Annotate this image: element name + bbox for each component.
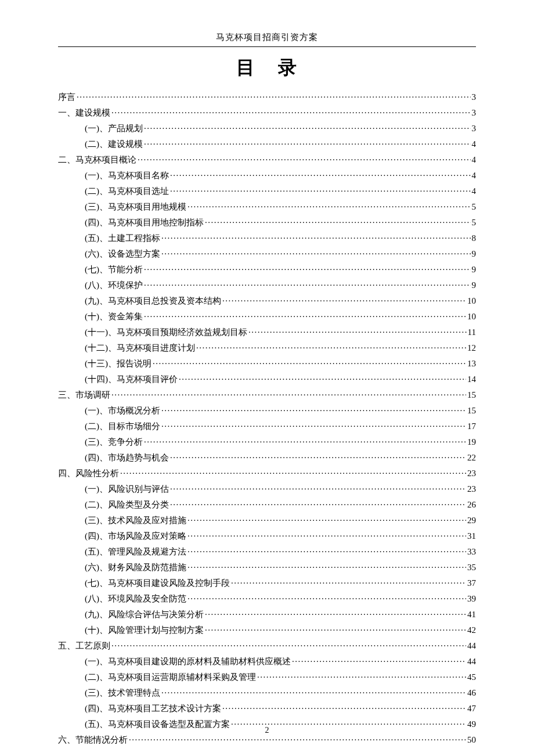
toc-entry-label: (六)、设备选型方案 xyxy=(85,250,160,258)
toc-entry-label: (五)、土建工程指标 xyxy=(85,234,160,243)
toc-entry[interactable]: (四)、市场趋势与机会22 xyxy=(58,452,476,462)
toc-entry-page: 31 xyxy=(467,532,476,541)
toc-entry-label: (一)、马克杯项目建设期的原材料及辅助材料供应概述 xyxy=(85,657,291,666)
toc-leader-dots xyxy=(248,326,467,335)
toc-entry-page: 8 xyxy=(472,234,477,243)
toc-leader-dots xyxy=(161,248,471,257)
toc-entry[interactable]: (二)、目标市场细分17 xyxy=(58,420,476,431)
toc-entry[interactable]: (十四)、马克杯项目评价14 xyxy=(58,373,476,384)
toc-entry[interactable]: (十三)、报告说明13 xyxy=(58,358,476,368)
toc-entry-label: (二)、建设规模 xyxy=(85,140,143,149)
toc-entry[interactable]: (二)、马克杯项目运营期原辅材料采购及管理45 xyxy=(58,671,476,682)
toc-entry-page: 17 xyxy=(467,422,476,431)
toc-entry-label: (八)、环境风险及安全防范 xyxy=(85,595,186,603)
toc-entry-label: (一)、马克杯项目名称 xyxy=(85,171,169,180)
toc-entry[interactable]: (十)、资金筹集10 xyxy=(58,311,476,321)
toc-entry[interactable]: 四、风险性分析23 xyxy=(58,467,476,478)
toc-entry[interactable]: (七)、马克杯项目建设风险及控制手段37 xyxy=(58,577,476,588)
toc-entry-label: (一)、风险识别与评估 xyxy=(85,485,169,494)
header-rule xyxy=(58,46,476,47)
toc-entry[interactable]: (三)、马克杯项目用地规模5 xyxy=(58,201,476,211)
toc-entry-page: 44 xyxy=(467,642,476,650)
toc-entry-label: (一)、产品规划 xyxy=(85,124,143,133)
toc-leader-dots xyxy=(153,358,466,366)
toc-entry-label: (三)、技术风险及应对措施 xyxy=(85,516,186,525)
toc-leader-dots xyxy=(187,561,466,570)
toc-entry-label: 二、马克杯项目概论 xyxy=(58,156,136,164)
toc-entry-page: 26 xyxy=(467,501,476,509)
document-page: 马克杯项目招商引资方案 目 录 序言3一、建设规模3(一)、产品规划3(二)、建… xyxy=(0,0,534,756)
toc-entry-label: (十)、资金筹集 xyxy=(85,312,143,321)
toc-entry-label: (九)、风险综合评估与决策分析 xyxy=(85,610,204,619)
toc-entry[interactable]: (五)、土建工程指标8 xyxy=(58,232,476,243)
toc-leader-dots xyxy=(170,499,466,507)
toc-entry-label: (三)、马克杯项目用地规模 xyxy=(85,203,186,211)
toc-entry-page: 5 xyxy=(472,203,477,211)
toc-leader-dots xyxy=(144,436,466,445)
toc-entry-page: 29 xyxy=(467,516,476,525)
toc-entry[interactable]: 五、工艺原则44 xyxy=(58,640,476,650)
toc-entry[interactable]: (一)、风险识别与评估23 xyxy=(58,483,476,494)
toc-entry-page: 4 xyxy=(472,171,477,180)
toc-entry-label: (七)、节能分析 xyxy=(85,265,143,274)
toc-entry[interactable]: (四)、马克杯项目工艺技术设计方案47 xyxy=(58,703,476,713)
toc-entry[interactable]: 一、建设规模3 xyxy=(58,107,476,117)
toc-entry-page: 44 xyxy=(467,657,476,666)
toc-entry-label: (十一)、马克杯项目预期经济效益规划目标 xyxy=(85,328,247,337)
toc-entry[interactable]: (九)、马克杯项目总投资及资本结构10 xyxy=(58,295,476,305)
toc-entry[interactable]: (六)、设备选型方案9 xyxy=(58,248,476,258)
toc-entry-page: 22 xyxy=(467,453,476,462)
toc-entry[interactable]: (三)、技术风险及应对措施29 xyxy=(58,514,476,525)
toc-leader-dots xyxy=(187,514,466,523)
toc-entry[interactable]: (十)、风险管理计划与控制方案42 xyxy=(58,624,476,635)
toc-entry-page: 4 xyxy=(472,156,477,164)
toc-entry-page: 50 xyxy=(467,736,476,744)
toc-leader-dots xyxy=(144,264,471,272)
toc-entry[interactable]: (七)、节能分析9 xyxy=(58,264,476,274)
toc-entry-label: (二)、马克杯项目运营期原辅材料采购及管理 xyxy=(85,673,256,682)
toc-entry-label: (四)、市场风险及应对策略 xyxy=(85,532,186,541)
toc-entry-label: 一、建设规模 xyxy=(58,109,110,117)
toc-leader-dots xyxy=(187,530,466,539)
toc-entry-label: 序言 xyxy=(58,93,75,102)
toc-entry[interactable]: 三、市场调研15 xyxy=(58,389,476,399)
page-number: 2 xyxy=(0,726,534,735)
toc-entry[interactable]: 六、节能情况分析50 xyxy=(58,734,476,744)
toc-entry[interactable]: (一)、马克杯项目名称4 xyxy=(58,170,476,180)
toc-entry[interactable]: (八)、环境保护9 xyxy=(58,279,476,290)
toc-entry[interactable]: (二)、马克杯项目选址4 xyxy=(58,185,476,196)
table-of-contents: 序言3一、建设规模3(一)、产品规划3(二)、建设规模4二、马克杯项目概论4(一… xyxy=(58,91,476,744)
toc-entry[interactable]: (十二)、马克杯项目进度计划12 xyxy=(58,342,476,352)
toc-entry[interactable]: 序言3 xyxy=(58,91,476,102)
toc-entry-page: 42 xyxy=(467,626,476,635)
toc-entry[interactable]: (四)、马克杯项目用地控制指标5 xyxy=(58,217,476,227)
toc-title: 目 录 xyxy=(58,55,476,81)
toc-entry-page: 35 xyxy=(467,563,476,572)
toc-leader-dots xyxy=(144,123,471,131)
toc-entry[interactable]: (九)、风险综合评估与决策分析41 xyxy=(58,609,476,619)
toc-entry-page: 37 xyxy=(467,579,476,588)
toc-entry[interactable]: (二)、建设规模4 xyxy=(58,138,476,149)
toc-entry-label: (二)、风险类型及分类 xyxy=(85,501,169,509)
toc-leader-dots xyxy=(205,217,471,225)
toc-entry-label: 六、节能情况分析 xyxy=(58,736,128,744)
toc-entry[interactable]: (四)、市场风险及应对策略31 xyxy=(58,530,476,541)
toc-entry[interactable]: (二)、风险类型及分类26 xyxy=(58,499,476,509)
toc-entry[interactable]: (一)、马克杯项目建设期的原材料及辅助材料供应概述44 xyxy=(58,656,476,666)
toc-entry-label: (一)、市场概况分析 xyxy=(85,406,160,415)
toc-entry-label: (四)、马克杯项目用地控制指标 xyxy=(85,218,204,227)
toc-entry[interactable]: (三)、技术管理特点46 xyxy=(58,687,476,697)
toc-leader-dots xyxy=(77,91,471,100)
toc-entry[interactable]: (一)、产品规划3 xyxy=(58,123,476,133)
toc-entry[interactable]: 二、马克杯项目概论4 xyxy=(58,154,476,164)
toc-entry[interactable]: (三)、竞争分析19 xyxy=(58,436,476,447)
toc-entry[interactable]: (五)、管理风险及规避方法33 xyxy=(58,546,476,556)
toc-entry[interactable]: (八)、环境风险及安全防范39 xyxy=(58,593,476,603)
toc-leader-dots xyxy=(144,138,471,147)
toc-entry-page: 33 xyxy=(467,548,476,556)
toc-entry-label: 三、市场调研 xyxy=(58,391,110,399)
toc-entry[interactable]: (六)、财务风险及防范措施35 xyxy=(58,561,476,572)
toc-leader-dots xyxy=(120,467,466,476)
toc-entry[interactable]: (一)、市场概况分析15 xyxy=(58,405,476,415)
toc-entry[interactable]: (十一)、马克杯项目预期经济效益规划目标11 xyxy=(58,326,476,337)
